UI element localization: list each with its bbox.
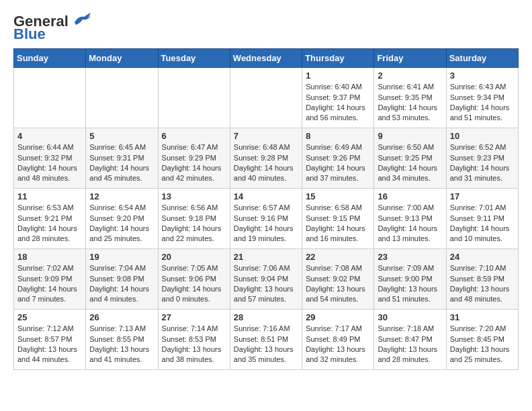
day-info: Sunrise: 7:13 AMSunset: 8:55 PMDaylight:… <box>89 324 154 365</box>
calendar-cell: 7Sunrise: 6:48 AMSunset: 9:28 PMDaylight… <box>230 128 302 189</box>
calendar-cell: 21Sunrise: 7:06 AMSunset: 9:04 PMDayligh… <box>230 249 302 310</box>
calendar-cell: 23Sunrise: 7:09 AMSunset: 9:00 PMDayligh… <box>374 249 446 310</box>
day-number: 24 <box>450 252 515 262</box>
calendar-cell: 11Sunrise: 6:53 AMSunset: 9:21 PMDayligh… <box>14 189 86 249</box>
day-number: 14 <box>234 191 298 201</box>
day-info: Sunrise: 6:49 AMSunset: 9:26 PMDaylight:… <box>306 142 370 184</box>
weekday-header-friday: Friday <box>374 49 446 68</box>
day-number: 12 <box>89 191 154 201</box>
day-number: 20 <box>162 252 226 262</box>
calendar-cell <box>158 68 230 128</box>
day-info: Sunrise: 7:09 AMSunset: 9:00 PMDaylight:… <box>378 263 442 305</box>
calendar-cell: 8Sunrise: 6:49 AMSunset: 9:26 PMDaylight… <box>302 128 374 189</box>
day-info: Sunrise: 6:53 AMSunset: 9:21 PMDaylight:… <box>17 203 82 244</box>
calendar-cell: 3Sunrise: 6:43 AMSunset: 9:34 PMDaylight… <box>446 68 518 128</box>
day-number: 26 <box>89 312 154 322</box>
day-info: Sunrise: 6:50 AMSunset: 9:25 PMDaylight:… <box>378 142 442 184</box>
weekday-header-tuesday: Tuesday <box>158 49 230 68</box>
day-number: 3 <box>450 71 515 81</box>
day-number: 9 <box>378 131 442 141</box>
day-info: Sunrise: 6:48 AMSunset: 9:28 PMDaylight:… <box>234 142 298 184</box>
day-info: Sunrise: 6:57 AMSunset: 9:16 PMDaylight:… <box>234 203 298 244</box>
day-info: Sunrise: 6:41 AMSunset: 9:35 PMDaylight:… <box>378 82 442 124</box>
day-number: 2 <box>378 71 442 81</box>
day-info: Sunrise: 7:08 AMSunset: 9:02 PMDaylight:… <box>306 263 370 305</box>
day-number: 11 <box>17 191 82 201</box>
weekday-header-wednesday: Wednesday <box>230 49 302 68</box>
day-info: Sunrise: 6:47 AMSunset: 9:29 PMDaylight:… <box>162 142 226 184</box>
day-number: 22 <box>306 252 370 262</box>
calendar-cell: 29Sunrise: 7:17 AMSunset: 8:49 PMDayligh… <box>302 310 374 370</box>
day-info: Sunrise: 7:12 AMSunset: 8:57 PMDaylight:… <box>17 324 82 365</box>
calendar-cell: 26Sunrise: 7:13 AMSunset: 8:55 PMDayligh… <box>86 310 158 370</box>
calendar-cell: 14Sunrise: 6:57 AMSunset: 9:16 PMDayligh… <box>230 189 302 249</box>
day-info: Sunrise: 7:17 AMSunset: 8:49 PMDaylight:… <box>306 324 370 365</box>
calendar-cell: 25Sunrise: 7:12 AMSunset: 8:57 PMDayligh… <box>14 310 86 370</box>
calendar-week-3: 11Sunrise: 6:53 AMSunset: 9:21 PMDayligh… <box>14 189 519 249</box>
day-number: 29 <box>306 312 370 322</box>
page-header: General Blue <box>13 13 519 42</box>
day-number: 16 <box>378 191 442 201</box>
calendar-cell: 5Sunrise: 6:45 AMSunset: 9:31 PMDaylight… <box>86 128 158 189</box>
calendar-week-2: 4Sunrise: 6:44 AMSunset: 9:32 PMDaylight… <box>14 128 519 189</box>
day-number: 15 <box>306 191 370 201</box>
day-info: Sunrise: 7:20 AMSunset: 8:45 PMDaylight:… <box>450 324 515 365</box>
logo: General Blue <box>13 13 92 42</box>
day-info: Sunrise: 6:40 AMSunset: 9:37 PMDaylight:… <box>306 82 370 124</box>
calendar-cell: 28Sunrise: 7:16 AMSunset: 8:51 PMDayligh… <box>230 310 302 370</box>
day-info: Sunrise: 6:56 AMSunset: 9:18 PMDaylight:… <box>162 203 226 244</box>
calendar-cell <box>230 68 302 128</box>
day-number: 23 <box>378 252 442 262</box>
day-number: 21 <box>234 252 298 262</box>
calendar-cell: 9Sunrise: 6:50 AMSunset: 9:25 PMDaylight… <box>374 128 446 189</box>
day-info: Sunrise: 7:18 AMSunset: 8:47 PMDaylight:… <box>378 324 442 365</box>
calendar-cell: 18Sunrise: 7:02 AMSunset: 9:09 PMDayligh… <box>14 249 86 310</box>
logo-bird-icon <box>71 10 92 28</box>
day-number: 7 <box>234 131 298 141</box>
calendar-cell: 4Sunrise: 6:44 AMSunset: 9:32 PMDaylight… <box>14 128 86 189</box>
calendar-cell <box>14 68 86 128</box>
calendar-cell: 20Sunrise: 7:05 AMSunset: 9:06 PMDayligh… <box>158 249 230 310</box>
day-info: Sunrise: 7:06 AMSunset: 9:04 PMDaylight:… <box>234 263 298 305</box>
day-info: Sunrise: 7:14 AMSunset: 8:53 PMDaylight:… <box>162 324 226 365</box>
calendar-week-1: 1Sunrise: 6:40 AMSunset: 9:37 PMDaylight… <box>14 68 519 128</box>
day-number: 5 <box>89 131 154 141</box>
calendar-cell: 30Sunrise: 7:18 AMSunset: 8:47 PMDayligh… <box>374 310 446 370</box>
calendar-cell: 31Sunrise: 7:20 AMSunset: 8:45 PMDayligh… <box>446 310 518 370</box>
day-info: Sunrise: 6:52 AMSunset: 9:23 PMDaylight:… <box>450 142 515 184</box>
calendar-cell <box>86 68 158 128</box>
day-number: 10 <box>450 131 515 141</box>
calendar-cell: 13Sunrise: 6:56 AMSunset: 9:18 PMDayligh… <box>158 189 230 249</box>
day-info: Sunrise: 6:54 AMSunset: 9:20 PMDaylight:… <box>89 203 154 244</box>
day-number: 18 <box>17 252 82 262</box>
calendar-cell: 15Sunrise: 6:58 AMSunset: 9:15 PMDayligh… <box>302 189 374 249</box>
calendar-cell: 24Sunrise: 7:10 AMSunset: 8:59 PMDayligh… <box>446 249 518 310</box>
calendar-cell: 22Sunrise: 7:08 AMSunset: 9:02 PMDayligh… <box>302 249 374 310</box>
day-number: 25 <box>17 312 82 322</box>
day-info: Sunrise: 7:01 AMSunset: 9:11 PMDaylight:… <box>450 203 515 244</box>
day-info: Sunrise: 7:05 AMSunset: 9:06 PMDaylight:… <box>162 263 226 305</box>
calendar-cell: 19Sunrise: 7:04 AMSunset: 9:08 PMDayligh… <box>86 249 158 310</box>
calendar-cell: 1Sunrise: 6:40 AMSunset: 9:37 PMDaylight… <box>302 68 374 128</box>
day-number: 4 <box>17 131 82 141</box>
day-number: 6 <box>162 131 226 141</box>
day-number: 17 <box>450 191 515 201</box>
calendar-cell: 6Sunrise: 6:47 AMSunset: 9:29 PMDaylight… <box>158 128 230 189</box>
day-info: Sunrise: 7:00 AMSunset: 9:13 PMDaylight:… <box>378 203 442 244</box>
day-info: Sunrise: 7:10 AMSunset: 8:59 PMDaylight:… <box>450 263 515 305</box>
calendar-table: SundayMondayTuesdayWednesdayThursdayFrid… <box>13 48 519 370</box>
weekday-header-sunday: Sunday <box>14 49 86 68</box>
day-info: Sunrise: 6:43 AMSunset: 9:34 PMDaylight:… <box>450 82 515 124</box>
calendar-cell: 16Sunrise: 7:00 AMSunset: 9:13 PMDayligh… <box>374 189 446 249</box>
calendar-cell: 10Sunrise: 6:52 AMSunset: 9:23 PMDayligh… <box>446 128 518 189</box>
day-info: Sunrise: 6:44 AMSunset: 9:32 PMDaylight:… <box>17 142 82 184</box>
calendar-week-5: 25Sunrise: 7:12 AMSunset: 8:57 PMDayligh… <box>14 310 519 370</box>
day-number: 30 <box>378 312 442 322</box>
day-info: Sunrise: 6:45 AMSunset: 9:31 PMDaylight:… <box>89 142 154 184</box>
day-info: Sunrise: 7:16 AMSunset: 8:51 PMDaylight:… <box>234 324 298 365</box>
day-number: 1 <box>306 71 370 81</box>
day-info: Sunrise: 6:58 AMSunset: 9:15 PMDaylight:… <box>306 203 370 244</box>
day-number: 28 <box>234 312 298 322</box>
day-info: Sunrise: 7:02 AMSunset: 9:09 PMDaylight:… <box>17 263 82 305</box>
calendar-cell: 2Sunrise: 6:41 AMSunset: 9:35 PMDaylight… <box>374 68 446 128</box>
